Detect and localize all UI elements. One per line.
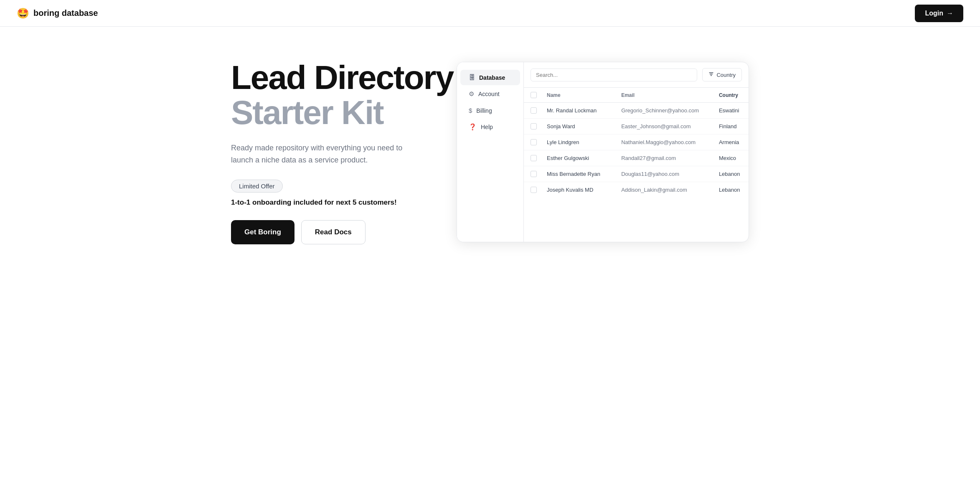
- table-row: Miss Bernadette Ryan Douglas11@yahoo.com…: [524, 166, 749, 182]
- select-all-checkbox[interactable]: [531, 92, 537, 98]
- row-checkbox[interactable]: [531, 171, 537, 177]
- cta-buttons: Get Boring Read Docs: [231, 220, 453, 244]
- preview-sidebar: 🗄 Database ⚙ Account $ Billing ❓ Help: [457, 62, 524, 242]
- row-name: Esther Gulgowski: [542, 150, 616, 166]
- preview-inner: 🗄 Database ⚙ Account $ Billing ❓ Help: [457, 62, 749, 242]
- col-header-checkbox: [524, 88, 542, 103]
- filter-label: Country: [716, 72, 736, 78]
- sidebar-item-help[interactable]: ❓ Help: [460, 119, 520, 135]
- read-docs-button[interactable]: Read Docs: [301, 220, 366, 244]
- row-checkbox-cell: [524, 150, 542, 166]
- gear-icon: ⚙: [469, 90, 474, 98]
- brand-name: boring database: [33, 8, 98, 18]
- billing-icon: $: [469, 107, 472, 114]
- row-name: Joseph Kuvalis MD: [542, 182, 616, 198]
- sidebar-item-billing[interactable]: $ Billing: [460, 103, 520, 118]
- onboarding-text: 1-to-1 onboarding included for next 5 cu…: [231, 198, 453, 207]
- sidebar-item-database[interactable]: 🗄 Database: [460, 70, 520, 85]
- sidebar-item-database-label: Database: [479, 74, 505, 81]
- database-icon: 🗄: [469, 74, 475, 81]
- row-country: Finland: [714, 119, 749, 134]
- row-email: Nathaniel.Maggio@yahoo.com: [616, 134, 714, 150]
- preview-table: Name Email Country Mr. Randal Lockman Gr…: [524, 88, 749, 242]
- sidebar-item-account[interactable]: ⚙ Account: [460, 86, 520, 102]
- row-checkbox[interactable]: [531, 123, 537, 129]
- row-checkbox[interactable]: [531, 155, 537, 161]
- row-checkbox[interactable]: [531, 107, 537, 114]
- sidebar-item-account-label: Account: [478, 91, 500, 97]
- row-name: Mr. Randal Lockman: [542, 103, 616, 119]
- table-row: Mr. Randal Lockman Gregorio_Schinner@yah…: [524, 103, 749, 119]
- brand-logo: 🤩 boring database: [17, 8, 98, 19]
- row-name: Lyle Lindgren: [542, 134, 616, 150]
- limited-offer-badge: Limited Offer: [231, 180, 283, 193]
- col-header-email: Email: [616, 88, 714, 103]
- hero-title-black: Lead Directory: [231, 60, 453, 95]
- row-email: Gregorio_Schinner@yahoo.com: [616, 103, 714, 119]
- row-email: Randall27@gmail.com: [616, 150, 714, 166]
- preview-content: Country Name Email Co: [524, 62, 749, 242]
- col-header-country: Country: [714, 88, 749, 103]
- table-row: Joseph Kuvalis MD Addison_Lakin@gmail.co…: [524, 182, 749, 198]
- row-checkbox[interactable]: [531, 139, 537, 145]
- leads-table: Name Email Country Mr. Randal Lockman Gr…: [524, 88, 749, 198]
- row-checkbox-cell: [524, 103, 542, 119]
- logo-emoji: 🤩: [17, 8, 29, 19]
- get-boring-button[interactable]: Get Boring: [231, 220, 295, 244]
- help-icon: ❓: [469, 123, 477, 131]
- row-name: Sonja Ward: [542, 119, 616, 134]
- row-checkbox-cell: [524, 166, 542, 182]
- table-row: Lyle Lindgren Nathaniel.Maggio@yahoo.com…: [524, 134, 749, 150]
- sidebar-item-help-label: Help: [481, 124, 493, 130]
- hero-description: Ready made repository with everything yo…: [231, 142, 406, 166]
- filter-country-button[interactable]: Country: [702, 68, 742, 81]
- row-country: Lebanon: [714, 166, 749, 182]
- search-input[interactable]: [531, 68, 697, 81]
- row-country: Armenia: [714, 134, 749, 150]
- row-country: Eswatini: [714, 103, 749, 119]
- row-checkbox-cell: [524, 134, 542, 150]
- table-row: Esther Gulgowski Randall27@gmail.com Mex…: [524, 150, 749, 166]
- preview-card: 🗄 Database ⚙ Account $ Billing ❓ Help: [457, 62, 749, 242]
- login-button[interactable]: Login →: [915, 5, 963, 22]
- hero-title-gray: Starter Kit: [231, 95, 453, 130]
- row-country: Mexico: [714, 150, 749, 166]
- row-name: Miss Bernadette Ryan: [542, 166, 616, 182]
- login-label: Login: [925, 10, 943, 17]
- row-email: Douglas11@yahoo.com: [616, 166, 714, 182]
- preview-toolbar: Country: [524, 62, 749, 88]
- col-header-name: Name: [542, 88, 616, 103]
- login-arrow-icon: →: [947, 10, 953, 17]
- row-email: Addison_Lakin@gmail.com: [616, 182, 714, 198]
- table-row: Sonja Ward Easter_Johnson@gmail.com Finl…: [524, 119, 749, 134]
- row-checkbox-cell: [524, 182, 542, 198]
- sidebar-item-billing-label: Billing: [476, 107, 492, 114]
- row-checkbox-cell: [524, 119, 542, 134]
- row-checkbox[interactable]: [531, 187, 537, 193]
- hero-section: Lead Directory Starter Kit Ready made re…: [231, 60, 453, 244]
- row-email: Easter_Johnson@gmail.com: [616, 119, 714, 134]
- header: 🤩 boring database Login →: [0, 0, 980, 27]
- main-content: Lead Directory Starter Kit Ready made re…: [198, 27, 782, 278]
- row-country: Lebanon: [714, 182, 749, 198]
- filter-icon: [708, 71, 714, 78]
